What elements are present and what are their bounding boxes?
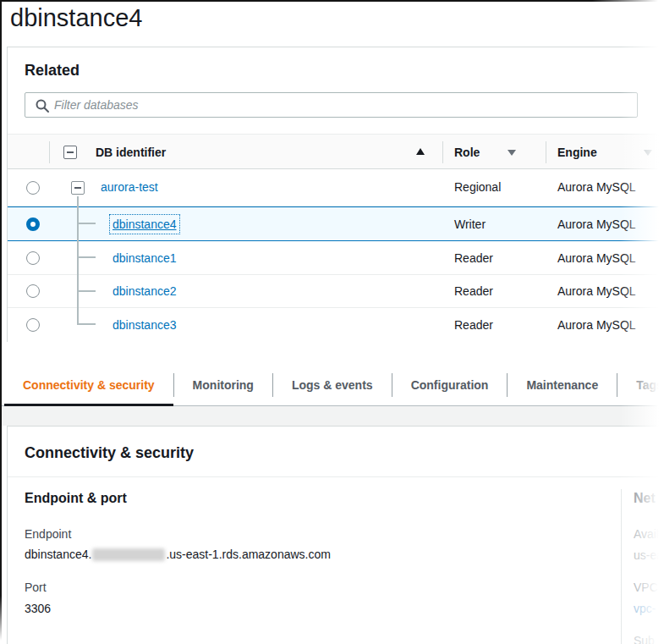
subnet-group-label: Sub	[634, 634, 655, 644]
page-background-strip	[0, 406, 664, 426]
role-cell: Reader	[454, 318, 493, 332]
endpoint-prefix: dbinstance4.	[25, 548, 91, 561]
db-link[interactable]: dbinstance4	[112, 217, 177, 231]
role-cell: Reader	[454, 284, 493, 298]
endpoint-suffix: .us-east-1.rds.amazonaws.com	[166, 548, 331, 561]
tab-logs-events[interactable]: Logs & events	[273, 364, 392, 406]
row-radio[interactable]	[26, 284, 40, 298]
table-row[interactable]: dbinstance3 Reader Aurora MySQL	[8, 308, 664, 342]
connectivity-security-card: Connectivity & security Endpoint & port …	[7, 426, 664, 644]
port-value: 3306	[25, 602, 51, 615]
tab-connectivity-security[interactable]: Connectivity & security	[4, 364, 173, 406]
table-row-selected[interactable]: dbinstance4 Writer Aurora MySQL	[8, 206, 664, 241]
column-db-identifier[interactable]: DB identifier	[96, 146, 166, 159]
redacted-blur-box	[92, 548, 165, 561]
screenshot-border-left	[0, 0, 2, 641]
column-divider	[621, 489, 622, 644]
tab-configuration[interactable]: Configuration	[392, 364, 508, 406]
tab-label: Maintenance	[526, 378, 598, 392]
card-header-border	[8, 476, 664, 477]
role-filter-caret-icon[interactable]	[508, 150, 516, 156]
related-databases-card: Related DB identifier Role Engine	[7, 47, 664, 342]
table-header: DB identifier Role Engine	[8, 134, 664, 169]
tab-tags[interactable]: Tags	[617, 364, 664, 406]
screenshot-border-top	[0, 0, 658, 2]
role-cell: Regional	[454, 180, 501, 194]
engine-cell: Aurora MySQL	[557, 251, 636, 265]
tab-maintenance[interactable]: Maintenance	[508, 364, 617, 406]
engine-cell: Aurora MySQL	[557, 217, 636, 231]
column-engine[interactable]: Engine	[557, 146, 597, 159]
detail-tabs: Connectivity & security Monitoring Logs …	[4, 364, 664, 406]
engine-cell: Aurora MySQL	[557, 318, 636, 332]
indeterminate-minus-icon	[67, 151, 74, 153]
column-divider	[49, 141, 50, 163]
row-radio[interactable]	[26, 251, 40, 265]
role-cell: Writer	[454, 217, 486, 231]
search-icon	[35, 98, 50, 113]
availability-zone-value: us-ea	[634, 548, 663, 562]
vpc-label: VPC	[634, 581, 658, 594]
tab-label: Tags	[636, 378, 663, 392]
rds-console-page: dbinstance4 Related DB identifier Role E…	[0, 0, 664, 644]
endpoint-label: Endpoint	[25, 527, 71, 541]
tab-label: Connectivity & security	[23, 378, 155, 392]
engine-cell: Aurora MySQL	[557, 284, 636, 298]
table-row[interactable]: aurora-test Regional Aurora MySQL	[8, 169, 664, 206]
table-row[interactable]: dbinstance2 Reader Aurora MySQL	[8, 275, 664, 308]
tab-label: Monitoring	[193, 378, 254, 392]
role-cell: Reader	[454, 251, 493, 265]
row-radio-selected[interactable]	[26, 217, 40, 231]
filter-databases-box	[25, 92, 638, 118]
filter-databases-input[interactable]	[54, 94, 629, 116]
tab-label: Logs & events	[292, 378, 373, 392]
endpoint-value: dbinstance4. .us-east-1.rds.amazonaws.co…	[25, 548, 331, 561]
collapse-toggle[interactable]	[71, 181, 85, 195]
availability-zone-label: Avail	[634, 527, 659, 541]
related-heading: Related	[25, 62, 80, 80]
column-divider	[546, 141, 546, 163]
card-heading: Connectivity & security	[25, 444, 194, 462]
row-radio[interactable]	[26, 318, 40, 332]
tab-label: Configuration	[411, 378, 489, 392]
engine-cell: Aurora MySQL	[557, 180, 636, 194]
tab-monitoring[interactable]: Monitoring	[174, 364, 272, 406]
db-link[interactable]: dbinstance2	[112, 284, 177, 298]
row-radio[interactable]	[26, 181, 40, 195]
table-row[interactable]: dbinstance1 Reader Aurora MySQL	[8, 241, 664, 275]
db-link[interactable]: dbinstance3	[112, 318, 177, 332]
vpc-link[interactable]: vpc-	[634, 602, 656, 615]
port-label: Port	[25, 581, 47, 594]
db-link[interactable]: dbinstance1	[112, 251, 177, 265]
page-title: dbinstance4	[10, 4, 142, 32]
collapse-minus-icon	[74, 187, 81, 189]
network-heading: Net	[634, 491, 656, 506]
select-all-checkbox-indeterminate[interactable]	[63, 146, 77, 159]
column-divider	[442, 141, 443, 163]
db-link[interactable]: aurora-test	[101, 180, 158, 194]
endpoint-port-heading: Endpoint & port	[25, 491, 127, 506]
engine-filter-caret-icon[interactable]	[644, 150, 652, 156]
sort-ascending-icon[interactable]	[416, 148, 425, 155]
column-role[interactable]: Role	[454, 146, 480, 159]
